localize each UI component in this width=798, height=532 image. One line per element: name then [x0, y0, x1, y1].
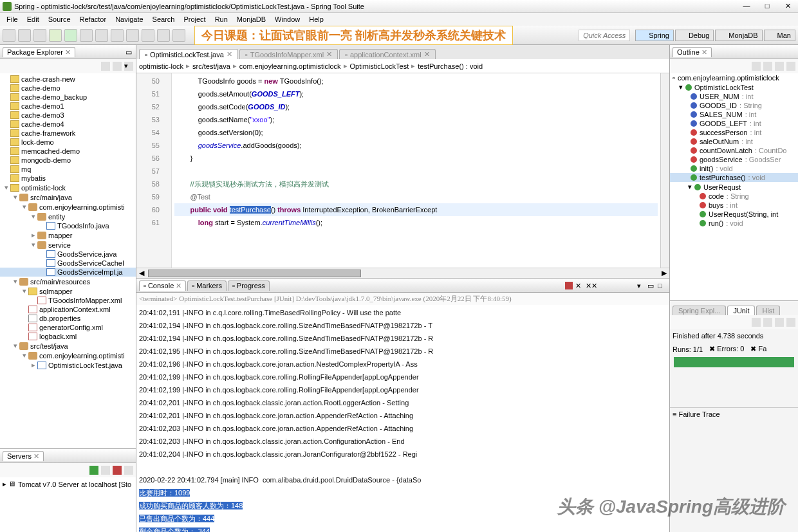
- new-package-button[interactable]: [111, 29, 124, 42]
- package-explorer-tab[interactable]: Package Explorer ✕: [3, 47, 75, 57]
- tree-item[interactable]: cache-demo_backup: [0, 93, 136, 102]
- outline-package[interactable]: ▫ com.enjoylearning.optimisticlock: [670, 73, 798, 82]
- outline-item[interactable]: code : String: [670, 192, 798, 201]
- breadcrumb-item[interactable]: OptimisticLockTest: [350, 62, 409, 70]
- perspective-man[interactable]: Man: [764, 30, 795, 41]
- outline-item[interactable]: USER_NUM : int: [670, 92, 798, 101]
- console-output[interactable]: 20:41:02,191 |-INFO in c.q.l.core.rollin…: [136, 305, 669, 532]
- tree-item[interactable]: cache-demo4: [0, 120, 136, 129]
- tree-item[interactable]: TGoodsInfo.java: [0, 221, 136, 230]
- twisty-icon[interactable]: ▾: [30, 212, 37, 221]
- save-all-button[interactable]: [33, 29, 46, 42]
- outline-item[interactable]: UserRequst(String, int: [670, 210, 798, 219]
- twisty-icon[interactable]: ▾: [30, 241, 37, 249]
- menu-file[interactable]: File: [3, 14, 22, 24]
- clear-console-icon[interactable]: [596, 282, 604, 289]
- remove-launch-icon[interactable]: ✕: [575, 282, 583, 289]
- tree-item[interactable]: applicationContext.xml: [0, 305, 136, 314]
- forward-button[interactable]: [172, 29, 185, 42]
- package-explorer-tree[interactable]: cache-crash-newcache-democache-demo_back…: [0, 73, 136, 448]
- junit-tab[interactable]: Spring Expl...: [673, 306, 726, 315]
- twisty-icon[interactable]: ▾: [3, 183, 10, 192]
- overview-ruler[interactable]: [660, 73, 669, 268]
- tree-item[interactable]: ▸mapper: [0, 230, 136, 240]
- servers-body[interactable]: ▸ 🖥 Tomcat v7.0 Server at localhost [Sto: [0, 477, 136, 532]
- close-icon[interactable]: ✕: [326, 50, 332, 59]
- tree-item[interactable]: ▾service: [0, 240, 136, 250]
- console-tab-markers[interactable]: ▫Markers: [187, 280, 227, 291]
- editor-tab[interactable]: ▫applicationContext.xml✕: [339, 49, 436, 59]
- publish-icon[interactable]: [124, 466, 133, 475]
- tree-item[interactable]: lock-demo: [0, 138, 136, 147]
- tree-item[interactable]: mongodb-demo: [0, 156, 136, 165]
- new-class-button[interactable]: [95, 29, 108, 42]
- rerun-icon[interactable]: [752, 318, 761, 327]
- tree-item[interactable]: generatorConfig.xml: [0, 323, 136, 332]
- editor-body[interactable]: 505152535455565758596061 TGoodsInfo good…: [136, 73, 669, 268]
- junit-tab[interactable]: Hist: [756, 306, 780, 315]
- debug-server-icon[interactable]: [101, 466, 110, 475]
- tree-item[interactable]: memcached-demo: [0, 147, 136, 156]
- twisty-icon[interactable]: ▾: [12, 193, 19, 201]
- twisty-icon[interactable]: ▸: [30, 231, 37, 239]
- terminate-icon[interactable]: [565, 282, 573, 289]
- menu-search[interactable]: Search: [149, 14, 179, 24]
- outline-item[interactable]: run() : void: [670, 219, 798, 228]
- rerun-failed-icon[interactable]: [763, 318, 772, 327]
- display-console-icon[interactable]: [627, 282, 635, 289]
- open-type-button[interactable]: [126, 29, 139, 42]
- tree-item[interactable]: mq: [0, 165, 136, 174]
- menu-navigate[interactable]: Navigate: [111, 14, 147, 24]
- run-last-button[interactable]: [80, 29, 93, 42]
- perspective-monjadb[interactable]: MonjaDB: [715, 30, 762, 41]
- start-server-icon[interactable]: [89, 466, 98, 475]
- menu-window[interactable]: Window: [271, 14, 304, 24]
- console-tab-progress[interactable]: ▫Progress: [228, 280, 270, 291]
- close-button[interactable]: ✕: [780, 2, 795, 11]
- outline-item[interactable]: successPerson : int: [670, 128, 798, 137]
- outline-item[interactable]: goodsService : GoodsSer: [670, 155, 798, 164]
- tree-item[interactable]: mybatis: [0, 174, 136, 183]
- tree-item[interactable]: logback.xml: [0, 332, 136, 341]
- perspective-debug[interactable]: Debug: [675, 30, 714, 41]
- menu-source[interactable]: Source: [44, 14, 75, 24]
- twisty-icon[interactable]: ▾: [21, 203, 28, 211]
- twisty-icon[interactable]: ▾: [21, 287, 28, 295]
- close-icon[interactable]: ✕: [424, 50, 430, 59]
- sort-icon[interactable]: [752, 62, 761, 71]
- run-button[interactable]: [64, 29, 77, 42]
- tree-item[interactable]: ▾optimistic-lock: [0, 183, 136, 192]
- tree-item[interactable]: TGoodsInfoMapper.xml: [0, 296, 136, 305]
- close-icon[interactable]: ✕: [701, 48, 707, 57]
- minimize-button[interactable]: —: [739, 2, 754, 11]
- tree-item[interactable]: ▾com.enjoylearning.optimisti: [0, 351, 136, 360]
- menu-refactor[interactable]: Refactor: [76, 14, 111, 24]
- hide-nonpublic-icon[interactable]: [786, 62, 795, 71]
- tree-item[interactable]: db.properties: [0, 314, 136, 323]
- quick-access-input[interactable]: [579, 30, 630, 41]
- stop-server-icon[interactable]: [113, 466, 122, 475]
- breadcrumb[interactable]: optimistic-lock▸src/test/java▸com.enjoyl…: [136, 59, 669, 73]
- code-area[interactable]: TGoodsInfo goods = new TGoodsInfo(); goo…: [172, 73, 660, 268]
- minimize-view-icon[interactable]: ▭: [125, 48, 133, 56]
- tree-item[interactable]: cache-demo3: [0, 111, 136, 120]
- scroll-lock-icon[interactable]: [606, 282, 614, 289]
- outline-item[interactable]: buys : int: [670, 201, 798, 210]
- save-button[interactable]: [18, 29, 31, 42]
- open-console-icon[interactable]: ▾: [637, 282, 645, 289]
- tree-item[interactable]: cache-framework: [0, 129, 136, 138]
- outline-item[interactable]: GOODS_ID : String: [670, 101, 798, 110]
- collapse-all-icon[interactable]: [101, 62, 110, 71]
- min-icon[interactable]: ▭: [647, 282, 655, 289]
- menu-edit[interactable]: Edit: [23, 14, 43, 24]
- close-icon[interactable]: ✕: [33, 452, 39, 461]
- hide-fields-icon[interactable]: [763, 62, 772, 71]
- twisty-icon[interactable]: ▾: [12, 277, 19, 286]
- close-icon[interactable]: ✕: [227, 50, 232, 59]
- menu-monjadb[interactable]: MonjaDB: [233, 14, 270, 24]
- menu-help[interactable]: Help: [305, 14, 328, 24]
- tree-item[interactable]: ▾entity: [0, 212, 136, 221]
- twisty-icon[interactable]: ▾: [12, 342, 19, 350]
- tree-item[interactable]: ▾src/main/java: [0, 192, 136, 202]
- console-tab-console[interactable]: ▫Console ✕: [139, 280, 186, 291]
